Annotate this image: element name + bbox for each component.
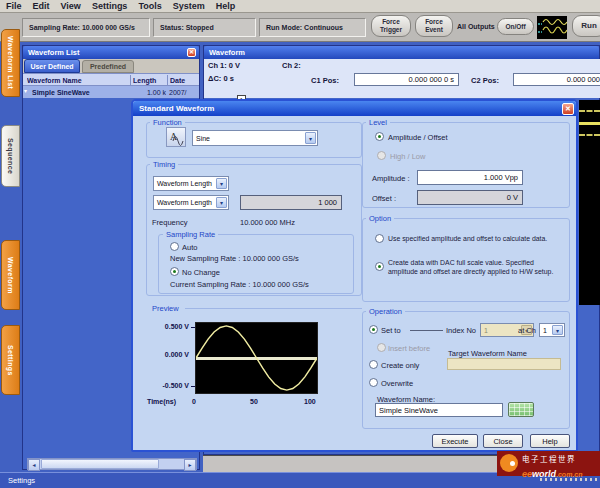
waveform-list-hscrollbar[interactable]: ◄ ► [27,458,197,470]
tab-predefined[interactable]: Predefined [82,60,134,73]
chevron-down-icon[interactable]: ▾ [552,325,563,335]
new-sampling-rate-text: New Sampling Rate : 10.000 000 GS/s [170,254,299,263]
frequency-label: Frequency [152,218,187,227]
menu-view[interactable]: View [61,1,81,11]
offset-label: Offset : [372,194,396,203]
watermark-dots [540,478,600,481]
sampling-no-change-label: No Change [182,268,220,277]
dialog-close-icon[interactable]: ✕ [562,103,574,115]
sidebar-tab-settings[interactable]: Settings [1,325,20,395]
waveform-trace [579,122,600,125]
ytick-mark [191,327,195,328]
tab-user-defined[interactable]: User Defined [24,59,80,73]
high-low-radio[interactable] [377,151,386,160]
run-mode-display: Run Mode: Continuous [259,18,366,37]
column-divider [130,75,131,86]
menu-help[interactable]: Help [216,1,236,11]
ch1-readout: Ch 1: 0 V [208,61,240,70]
frequency-value: 10.000 000 MHz [240,218,295,227]
length-param-value: Waveform Length [157,199,212,206]
scroll-left-icon[interactable]: ◄ [28,459,40,471]
function-select[interactable]: Sine ▾ [192,130,318,146]
menu-file[interactable]: File [6,1,22,11]
length-param-select[interactable]: Waveform Length ▾ [153,195,229,210]
waveform-list-close-icon[interactable]: ✕ [187,48,196,57]
amplitude-field[interactable]: 1.000 Vpp [417,170,523,185]
target-waveform-name-field[interactable] [447,358,561,370]
timing-mode-select[interactable]: Waveform Length ▾ [153,176,229,191]
sampling-no-change-radio[interactable] [170,267,179,276]
row-length: 1.00 k [129,86,166,98]
c2-pos-field[interactable]: 0.000 000 [513,73,600,86]
sine-wave-trace [196,326,317,390]
waveform-panel-title: Waveform [209,48,245,57]
execute-label: Execute [441,437,468,446]
cursor-line-dashed [579,110,600,112]
option-dac-radio[interactable] [375,262,384,271]
chevron-down-icon[interactable]: ▾ [216,197,227,208]
option-calculate-radio[interactable] [375,234,384,243]
menu-system[interactable]: System [173,1,205,11]
force-event-button[interactable]: Force Event [415,15,453,37]
force-event-label-2: Event [425,26,443,34]
row-expand-icon[interactable]: ▾ [24,87,27,94]
overwrite-radio[interactable] [369,378,378,387]
menu-settings[interactable]: Settings [92,1,128,11]
c1-pos-field[interactable]: 0.000 000 0 s [354,73,459,86]
table-row-simple-sinewave[interactable]: ▾ Simple SineWave 1.00 k 2007/ [23,86,199,98]
waveform-info-bar: Ch 1: 0 V Ch 2: ΔC: 0 s C1 Pos: 0.000 00… [204,59,600,98]
amplitude-label: Amplitude : [372,174,410,183]
close-button[interactable]: Close [483,434,523,448]
sidebar-tab-waveform-list[interactable]: Waveform List [1,29,20,97]
length-value-field[interactable]: 1 000 [240,195,342,210]
overwrite-label: Overwrite [381,379,413,388]
sidebar-tab-settings-label: Settings [7,345,14,376]
row-date: 2007/ [169,86,197,98]
scroll-right-icon[interactable]: ► [184,459,196,471]
dialog-titlebar[interactable]: Standard Waveform ✕ [133,101,576,116]
watermark-domain: .com.cn [556,471,582,478]
cursor-line-dashed [579,134,600,136]
sidebar-tab-waveform[interactable]: Waveform [1,240,20,310]
xaxis-label: Time(ns) [147,398,176,405]
at-ch-label: at Ch [518,326,536,335]
waveform-list-titlebar: Waveform List ✕ [23,46,199,59]
offset-field[interactable]: 0 V [417,190,523,205]
at-ch-value: 1 [543,327,547,334]
help-label: Help [542,437,557,446]
chevron-down-icon[interactable]: ▾ [216,178,227,189]
execute-button[interactable]: Execute [432,434,478,448]
amplitude-offset-radio[interactable] [375,132,384,141]
amplitude-offset-label: Amplitude / Offset [388,133,447,142]
ch2-readout: Ch 2: [282,61,301,70]
insert-before-radio[interactable] [377,343,386,352]
create-only-radio[interactable] [369,360,378,369]
set-to-radio[interactable] [369,325,378,334]
at-ch-select[interactable]: 1 ▾ [539,323,565,337]
output-waveform-icon[interactable] [537,16,567,39]
on-off-label: On/Off [505,23,525,31]
column-divider [167,75,168,86]
keyboard-icon[interactable] [508,402,534,417]
status-display: Status: Stopped [153,18,256,37]
table-header-row: Waveform Name Length Date [23,73,199,86]
current-sampling-rate-text: Current Sampling Rate : 10.000 000 GS/s [170,280,309,289]
tab-predefined-label: Predefined [90,63,126,70]
ytick-top: 0.500 V [143,323,189,330]
sidebar-tab-sequence[interactable]: Sequence [1,125,20,187]
sampling-auto-radio[interactable] [170,242,179,251]
chevron-down-icon[interactable]: ▾ [305,132,316,144]
timing-group-label: Timing [150,160,178,169]
menu-edit[interactable]: Edit [33,1,50,11]
waveform-name-input[interactable] [375,403,503,417]
run-button[interactable]: Run [572,15,600,37]
help-button[interactable]: Help [530,434,570,448]
c2-pos-label: C2 Pos: [471,76,499,85]
scrollbar-thumb[interactable] [41,459,159,469]
on-off-button[interactable]: On/Off [497,18,534,35]
menu-tools[interactable]: Tools [138,1,161,11]
force-trigger-button[interactable]: Force Trigger [371,15,411,37]
index-no-label: Index No [446,326,476,335]
menu-bar: File Edit View Settings Tools System Hel… [0,0,600,13]
eeworld-logo [500,454,518,472]
